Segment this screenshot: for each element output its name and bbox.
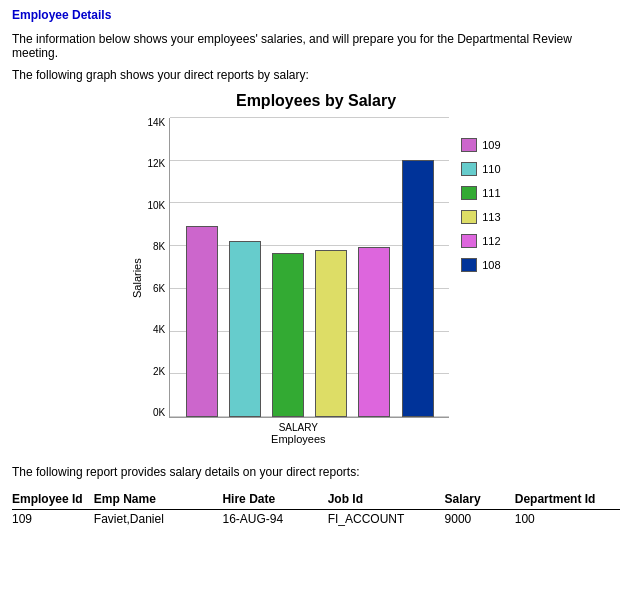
bar-112 [358, 247, 390, 417]
y-tick: 12K [147, 159, 165, 169]
bars-area [169, 118, 449, 418]
y-tick: 14K [147, 118, 165, 128]
cell-salary: 9000 [445, 510, 515, 529]
bar-109 [186, 226, 218, 417]
legend-color-box [461, 234, 477, 248]
x-label: Employees [271, 433, 325, 445]
y-tick: 0K [147, 408, 165, 418]
bar-108 [402, 160, 434, 417]
table-row: 109Faviet,Daniel16-AUG-94FI_ACCOUNT90001… [12, 510, 620, 529]
col-header-jobid: Job Id [328, 489, 445, 510]
col-header-deptid: Department Id [515, 489, 620, 510]
graph-intro: The following graph shows your direct re… [12, 68, 620, 82]
col-header-empid: Employee Id [12, 489, 94, 510]
legend-color-box [461, 186, 477, 200]
chart-container: Employees by Salary Salaries 0K2K4K6K8K1… [12, 92, 620, 445]
cell-emp_name: Faviet,Daniel [94, 510, 223, 529]
cell-emp_id: 109 [12, 510, 94, 529]
legend-item-113: 113 [461, 210, 500, 224]
chart-title: Employees by Salary [236, 92, 396, 110]
legend-label: 109 [482, 139, 500, 151]
chart-graph: 0K2K4K6K8K10K12K14K [147, 118, 449, 418]
col-header-empname: Emp Name [94, 489, 223, 510]
y-tick: 10K [147, 201, 165, 211]
cell-job_id: FI_ACCOUNT [328, 510, 445, 529]
y-tick: 8K [147, 242, 165, 252]
legend-label: 112 [482, 235, 500, 247]
y-tick: 6K [147, 284, 165, 294]
legend-item-109: 109 [461, 138, 500, 152]
legend: 109110111113112108 [461, 118, 500, 272]
x-axis-labels: SALARY Employees [147, 422, 449, 445]
legend-color-box [461, 258, 477, 272]
col-header-salary: Salary [445, 489, 515, 510]
legend-item-108: 108 [461, 258, 500, 272]
legend-item-112: 112 [461, 234, 500, 248]
legend-item-110: 110 [461, 162, 500, 176]
y-axis-label: Salaries [131, 118, 143, 438]
legend-label: 110 [482, 163, 500, 175]
bar-110 [229, 241, 261, 417]
legend-color-box [461, 162, 477, 176]
y-axis: 0K2K4K6K8K10K12K14K [147, 118, 165, 418]
bar-111 [272, 253, 304, 417]
bar-113 [315, 250, 347, 417]
intro-text: The information below shows your employe… [12, 32, 620, 60]
report-table: Employee Id Emp Name Hire Date Job Id Sa… [12, 489, 620, 528]
cell-dept_id: 100 [515, 510, 620, 529]
legend-color-box [461, 138, 477, 152]
legend-item-111: 111 [461, 186, 500, 200]
col-header-hiredate: Hire Date [222, 489, 327, 510]
x-sub-label: SALARY [279, 422, 318, 433]
chart-area: Salaries 0K2K4K6K8K10K12K14K SALARY Empl… [131, 118, 500, 445]
bars [170, 118, 449, 417]
legend-color-box [461, 210, 477, 224]
cell-hire_date: 16-AUG-94 [222, 510, 327, 529]
report-intro: The following report provides salary det… [12, 465, 620, 479]
y-tick: 2K [147, 367, 165, 377]
legend-label: 111 [482, 187, 500, 199]
chart-inner: 0K2K4K6K8K10K12K14K SALARY Employees [147, 118, 449, 445]
page-title: Employee Details [12, 8, 620, 22]
y-tick: 4K [147, 325, 165, 335]
legend-label: 108 [482, 259, 500, 271]
legend-label: 113 [482, 211, 500, 223]
